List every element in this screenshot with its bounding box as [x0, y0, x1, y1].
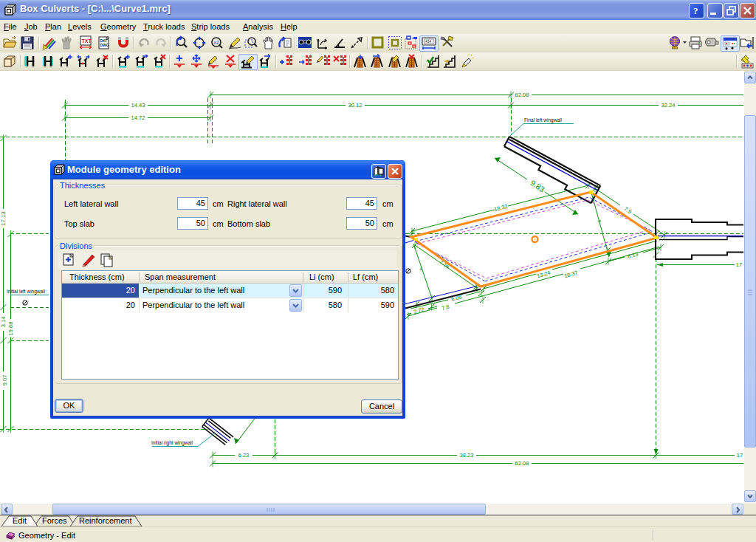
svg-text:Forces: Forces	[42, 516, 67, 525]
svg-text:14.43: 14.43	[131, 102, 145, 109]
svg-text:TXT: TXT	[82, 38, 92, 44]
svg-text:Reinforcement: Reinforcement	[79, 516, 132, 525]
svg-text:32.24: 32.24	[662, 102, 676, 109]
svg-text:Initial left wingwall: Initial left wingwall	[7, 289, 46, 295]
svg-text:9.07: 9.07	[1, 375, 8, 386]
svg-text:38.23: 38.23	[460, 452, 474, 459]
svg-text:9.83: 9.83	[529, 178, 546, 193]
svg-text:?: ?	[693, 5, 698, 16]
svg-text:17: 17	[736, 261, 742, 268]
svg-text:18.37: 18.37	[563, 270, 579, 280]
svg-text:30.12: 30.12	[348, 102, 362, 109]
svg-text:18.32: 18.32	[493, 203, 508, 213]
svg-text:17: 17	[737, 452, 743, 459]
svg-text:17.13: 17.13	[0, 212, 7, 226]
svg-text:434: 434	[425, 39, 432, 44]
svg-text:Initial right wingwall: Initial right wingwall	[151, 440, 193, 446]
svg-text:DWG: DWG	[100, 43, 109, 47]
svg-text:7.9: 7.9	[623, 205, 633, 215]
svg-text:7.8: 7.8	[441, 303, 450, 312]
svg-text:×2: ×2	[213, 40, 219, 45]
svg-text:6.23: 6.23	[238, 452, 250, 459]
svg-text:Final left wingwall: Final left wingwall	[524, 117, 562, 123]
svg-text:3.14: 3.14	[0, 317, 7, 328]
svg-text:14.72: 14.72	[131, 114, 145, 121]
svg-text:Edit: Edit	[13, 516, 27, 525]
svg-text:6.13: 6.13	[627, 250, 639, 259]
svg-text:19.68: 19.68	[7, 322, 14, 336]
svg-text:62.08: 62.08	[515, 92, 529, 98]
svg-text:62.08: 62.08	[515, 460, 529, 467]
